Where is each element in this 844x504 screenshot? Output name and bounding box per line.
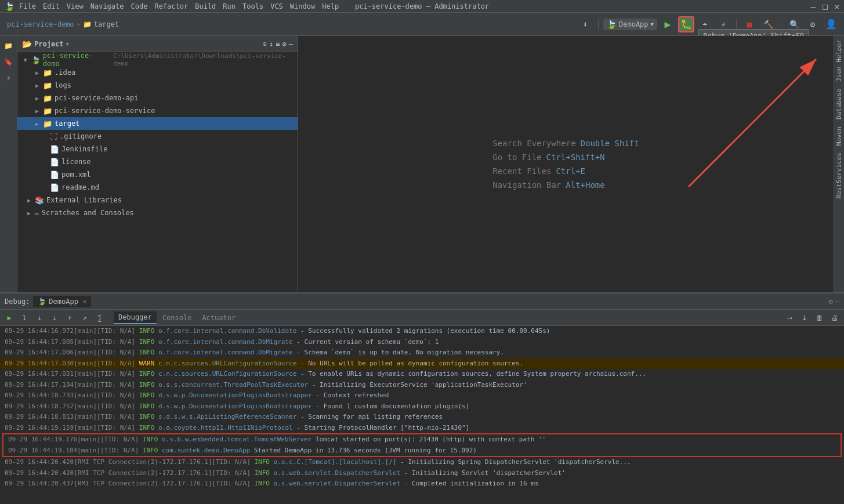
jenkinsfile-label: Jenkinsfile — [61, 145, 107, 153]
scratches-icon: ✏ — [35, 209, 39, 217]
tree-external-libs[interactable]: ▶ 📚 External Libraries — [17, 194, 298, 206]
hint-navbar-label: Navigation Bar — [492, 180, 561, 190]
menu-edit[interactable]: Edit — [43, 2, 60, 10]
run-button[interactable]: ▶ — [660, 16, 676, 32]
menu-view[interactable]: View — [67, 2, 84, 10]
tree-jenkinsfile[interactable]: ▶ 📄 Jenkinsfile — [17, 143, 298, 155]
main-area: 📁 🔖 ⚡ 📂 Project ▼ ⊙ ↕ ≡ ⚙ — ▼ 🍃 pci-serv… — [0, 36, 844, 292]
toolbar: pci-service-demo › 📁 target ⬇ 🍃 DemoApp … — [0, 13, 844, 36]
vcs-update-button[interactable]: ⬇ — [577, 16, 593, 32]
service-folder-icon: 📁 — [43, 107, 52, 115]
tree-api[interactable]: ▶ 📁 pci-service-demo-api — [17, 92, 298, 104]
settings-icon[interactable]: ⚙ — [282, 40, 287, 48]
target-label: target — [55, 119, 79, 128]
close-button[interactable]: ✕ — [835, 2, 839, 11]
tree-gitignore[interactable]: ▶ ⛶ .gitignore — [17, 130, 298, 143]
dropdown-icon: ▼ — [651, 21, 654, 27]
menu-window[interactable]: Window — [290, 2, 315, 10]
locate-icon[interactable]: ⊙ — [263, 40, 267, 48]
print-button[interactable]: 🖨 — [828, 311, 842, 325]
tab-actuator[interactable]: Actuator — [197, 312, 240, 324]
logs-expand-icon: ▶ — [34, 82, 41, 89]
tab-debugger[interactable]: Debugger — [114, 311, 157, 324]
pomxml-icon: 📄 — [50, 171, 59, 179]
tree-target[interactable]: ▶ 📁 target — [17, 117, 298, 130]
project-dropdown-icon[interactable]: ▼ — [66, 41, 69, 47]
run-config-selector[interactable]: 🍃 DemoApp ▼ — [603, 19, 657, 30]
debug-settings-icon[interactable]: ⚙ — [829, 298, 833, 306]
debug-app-tab-close[interactable]: ✕ — [83, 298, 86, 304]
svg-line-1 — [689, 59, 816, 187]
run-config-label: DemoApp — [619, 20, 649, 28]
force-step-into-button[interactable]: ⇓ — [48, 311, 61, 325]
debug-header: Debug: 🍃 DemoApp ✕ ⚙ — — [0, 293, 844, 310]
evaluate-button[interactable]: ∑ — [93, 311, 107, 325]
soft-wrap-button[interactable]: ⟶ — [783, 311, 796, 325]
resume-button[interactable]: ▶ — [2, 311, 16, 325]
structure-button[interactable]: ⚡ — [1, 71, 16, 86]
pomxml-label: pom.xml — [61, 171, 91, 179]
restservices-panel[interactable]: RestServices — [834, 149, 844, 202]
tree-idea[interactable]: ▶ 📁 .idea — [17, 66, 298, 79]
menu-tools[interactable]: Tools — [242, 2, 263, 10]
breadcrumb-separator: › — [77, 20, 81, 28]
run-to-cursor-button[interactable]: ↗ — [78, 311, 92, 325]
logs-label: logs — [55, 81, 71, 89]
tree-logs[interactable]: ▶ 📁 logs — [17, 79, 298, 92]
console-line: 09-29 16:44:17.104[main][TID: N/A] INFO … — [0, 380, 844, 391]
hint-search-key: Double Shift — [581, 139, 639, 148]
menu-code[interactable]: Code — [131, 2, 148, 10]
minimize-button[interactable]: — — [811, 2, 816, 11]
root-expand-icon: ▼ — [22, 56, 29, 63]
tree-scratches[interactable]: ▶ ✏ Scratches and Consoles — [17, 206, 298, 219]
compact-icon[interactable]: ≡ — [276, 40, 280, 48]
menu-build[interactable]: Build — [195, 2, 216, 10]
readme-label: readme.md — [61, 183, 99, 191]
close-panel-icon[interactable]: — — [289, 40, 293, 48]
hint-search-label: Search Everywhere — [492, 139, 575, 148]
menu-help[interactable]: Help — [322, 2, 339, 10]
debug-icon: 🐛 — [680, 19, 692, 30]
database-panel[interactable]: Database — [834, 85, 844, 123]
hint-navbar-key: Alt+Home — [566, 180, 604, 190]
console-line: 09-29 16:44:16.972[main][TID: N/A] INFO … — [0, 326, 844, 337]
tree-readme[interactable]: ▶ 📄 readme.md — [17, 181, 298, 194]
debug-toolbar: ▶ ⤵ ↓ ⇓ ↑ ↗ ∑ Debugger Console Actuator … — [0, 310, 844, 326]
console-line: 09-29 16:44:18.757[main][TID: N/A] INFO … — [0, 401, 844, 412]
debug-app-tab[interactable]: 🍃 DemoApp ✕ — [33, 296, 91, 307]
sort-icon[interactable]: ↕ — [269, 40, 273, 48]
idea-label: .idea — [55, 68, 75, 77]
step-into-button[interactable]: ↓ — [32, 311, 46, 325]
avatar-button[interactable]: 👤 — [823, 16, 839, 32]
hint-recent-key: Ctrl+E — [556, 166, 585, 176]
console-line: 09-29 16:44:18.733[main][TID: N/A] INFO … — [0, 390, 844, 401]
maximize-button[interactable]: □ — [823, 2, 827, 11]
tree-root[interactable]: ▼ 🍃 pci-service-demo C:\Users\Administra… — [17, 53, 298, 66]
menu-vcs[interactable]: VCS — [270, 2, 283, 10]
menu-navigate[interactable]: Navigate — [90, 2, 124, 10]
tab-console[interactable]: Console — [158, 312, 197, 324]
debug-minimize-icon[interactable]: — — [835, 298, 839, 306]
console-line: 09-29 16:44:17.031[main][TID: N/A] INFO … — [0, 369, 844, 380]
gitignore-label: .gitignore — [60, 132, 102, 140]
scratches-label: Scratches and Consoles — [42, 209, 134, 217]
root-label: pci-service-demo — [43, 52, 108, 68]
clear-button[interactable]: 🗑 — [813, 311, 827, 325]
json-helper-panel[interactable]: Json Helper — [834, 36, 844, 85]
titlebar-left: 🍃 File Edit View Navigate Code Refactor … — [5, 2, 339, 11]
project-tool-button[interactable]: 📁 — [1, 38, 16, 53]
tree-pomxml[interactable]: ▶ 📄 pom.xml — [17, 168, 298, 181]
menu-run[interactable]: Run — [223, 2, 236, 10]
maven-panel[interactable]: Maven — [834, 123, 844, 149]
bookmarks-button[interactable]: 🔖 — [1, 55, 16, 70]
tree-license[interactable]: ▶ 📄 license — [17, 155, 298, 168]
scroll-end-button[interactable]: ⤓ — [798, 311, 812, 325]
menu-file[interactable]: File — [19, 2, 36, 10]
debug-button[interactable]: 🐛 — [678, 16, 694, 32]
hint-goto-label: Go to File — [492, 153, 541, 162]
tree-service[interactable]: ▶ 📁 pci-service-demo-service — [17, 104, 298, 117]
step-out-button[interactable]: ↑ — [63, 311, 77, 325]
step-over-button[interactable]: ⤵ — [17, 311, 31, 325]
run-config-icon: 🍃 — [607, 20, 617, 29]
menu-refactor[interactable]: Refactor — [154, 2, 188, 10]
